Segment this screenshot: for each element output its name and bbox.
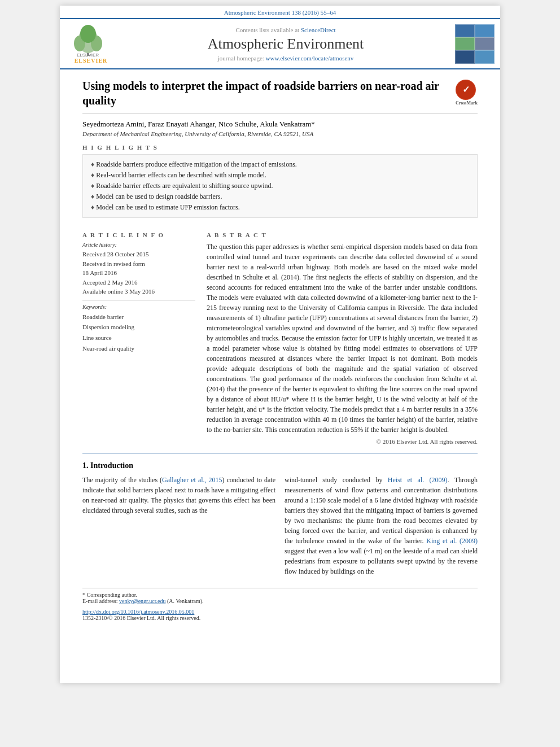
authors-line: Seyedmorteza Amini, Faraz Enayati Ahanga…: [82, 120, 478, 129]
citation-text: Atmospheric Environment 138 (2016) 55–64: [224, 9, 336, 16]
elsevier-tree-icon: ELSEVIER: [71, 24, 111, 58]
homepage-url[interactable]: www.elsevier.com/locate/atmosenv: [266, 55, 354, 62]
article-title-text: Using models to interpret the impact of …: [82, 80, 439, 107]
abstract-header: A B S T R A C T: [207, 231, 478, 238]
footer-links: http://dx.doi.org/10.1016/j.atmosenv.201…: [82, 609, 478, 621]
abstract-footer: © 2016 Elsevier Ltd. All rights reserved…: [207, 438, 478, 445]
corresponding-label: * Corresponding author.: [82, 592, 137, 598]
crossmark-label: CrossMark: [456, 101, 478, 106]
history-item-0: Received 28 October 2015: [82, 250, 195, 259]
journal-header: ELSEVIER ELSEVIER Contents lists availab…: [60, 19, 500, 69]
journal-name: Atmospheric Environment: [116, 36, 455, 53]
journal-citation: Atmospheric Environment 138 (2016) 55–64: [60, 6, 500, 19]
keyword-2: Line source: [82, 333, 195, 343]
main-content: ✓ CrossMark Using models to interpret th…: [60, 69, 500, 632]
section-divider: [82, 453, 478, 453]
page-footer: * Corresponding author. E-mail address: …: [82, 588, 478, 621]
history-label: Article history:: [82, 242, 195, 248]
highlight-item: Real-world barrier effects can be descri…: [91, 170, 469, 181]
doi-anchor[interactable]: http://dx.doi.org/10.1016/j.atmosenv.201…: [82, 609, 194, 615]
history-item-4: Available online 3 May 2016: [82, 287, 195, 296]
homepage-label: journal homepage:: [218, 55, 264, 62]
highlights-header: H I G H L I G H T S: [82, 144, 478, 151]
keyword-3: Near-road air quality: [82, 343, 195, 354]
history-item-2: 18 April 2016: [82, 268, 195, 278]
email-link[interactable]: venky@engr.ucr.edu: [119, 598, 166, 604]
highlights-box: Roadside barriers produce effective miti…: [82, 154, 478, 218]
intro-left-col: The majority of the studies (Gallagher e…: [82, 475, 275, 576]
svg-text:✓: ✓: [462, 85, 470, 94]
intro-right-text: wind-tunnel study conducted by Heist et …: [285, 476, 478, 575]
article-info-abstract: A R T I C L E I N F O Article history: R…: [82, 226, 478, 445]
history-item-3: Accepted 2 May 2016: [82, 278, 195, 287]
crossmark-icon: ✓: [456, 80, 476, 100]
introduction-section: 1. Introduction The majority of the stud…: [82, 461, 478, 576]
keyword-0: Roadside barrier: [82, 312, 195, 322]
highlights-list: Roadside barriers produce effective miti…: [91, 159, 469, 213]
section-1-title: 1. Introduction: [82, 461, 478, 470]
article-title-block: ✓ CrossMark Using models to interpret th…: [82, 78, 478, 114]
issn-text: 1352-2310/© 2016 Elsevier Ltd. All right…: [82, 615, 478, 621]
info-divider: [82, 300, 195, 300]
affiliation-line: Department of Mechanical Engineering, Un…: [82, 130, 478, 137]
intro-left-text: The majority of the studies (Gallagher e…: [82, 476, 275, 514]
abstract-col: A B S T R A C T The question this paper …: [207, 226, 478, 445]
intro-two-col: The majority of the studies (Gallagher e…: [82, 475, 478, 576]
journal-thumbnail: [455, 24, 495, 64]
sciencedirect-anchor[interactable]: ScienceDirect: [301, 27, 336, 33]
email-name: (A. Venkatram).: [167, 598, 204, 604]
keyword-1: Dispersion modeling: [82, 322, 195, 333]
doi-link: http://dx.doi.org/10.1016/j.atmosenv.201…: [82, 609, 478, 615]
journal-homepage: journal homepage: www.elsevier.com/locat…: [116, 55, 455, 62]
elsevier-logo: ELSEVIER ELSEVIER: [65, 24, 116, 64]
king-link[interactable]: King et al. (2009): [426, 537, 478, 545]
email-label: E-mail address:: [82, 598, 117, 604]
email-footnote: E-mail address: venky@engr.ucr.edu (A. V…: [82, 598, 478, 604]
svg-text:ELSEVIER: ELSEVIER: [77, 53, 99, 58]
gallagher-link[interactable]: Gallagher et al., 2015: [162, 476, 222, 484]
history-item-1: Received in revised form: [82, 259, 195, 269]
sciencedirect-link: Contents lists available at ScienceDirec…: [116, 27, 455, 33]
highlight-item: Roadside barriers produce effective miti…: [91, 159, 469, 170]
elsevier-brand: ELSEVIER: [75, 58, 108, 64]
highlight-item: Model can be used to estimate UFP emissi…: [91, 202, 469, 213]
intro-right-col: wind-tunnel study conducted by Heist et …: [285, 475, 478, 576]
keywords-list: Roadside barrier Dispersion modeling Lin…: [82, 312, 195, 354]
highlight-item: Roadside barrier effects are equivalent …: [91, 181, 469, 191]
page: Atmospheric Environment 138 (2016) 55–64…: [60, 6, 500, 683]
highlight-item: Model can be used to design roadside bar…: [91, 191, 469, 202]
authors-text: Seyedmorteza Amini, Faraz Enayati Ahanga…: [82, 120, 315, 128]
corresponding-footnote: * Corresponding author.: [82, 592, 478, 598]
article-info-col: A R T I C L E I N F O Article history: R…: [82, 226, 195, 445]
crossmark-badge: ✓ CrossMark: [456, 80, 478, 106]
svg-point-4: [80, 25, 96, 43]
keywords-label: Keywords:: [82, 304, 195, 310]
journal-center: Contents lists available at ScienceDirec…: [116, 27, 455, 62]
contents-label: Contents lists available at: [235, 27, 299, 33]
article-info-header: A R T I C L E I N F O: [82, 231, 195, 238]
abstract-text: The question this paper addresses is whe…: [207, 242, 478, 435]
heist-link[interactable]: Heist et al. (2009): [388, 476, 448, 484]
